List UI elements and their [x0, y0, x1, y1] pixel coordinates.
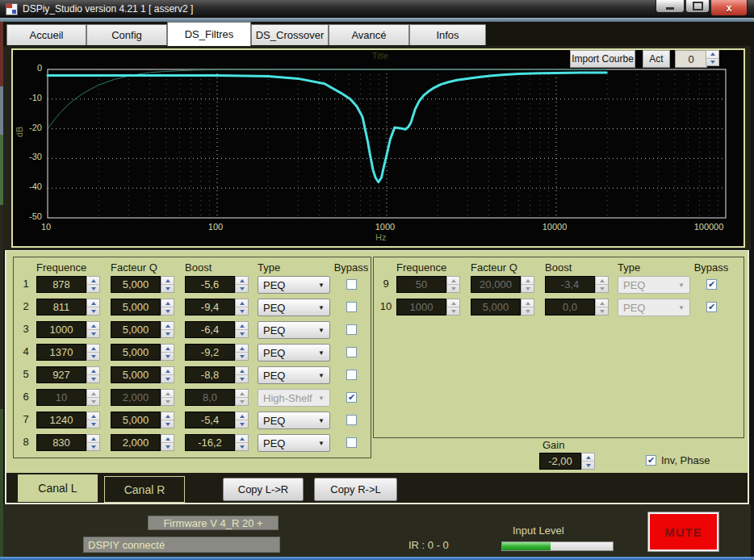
value-spinner[interactable]: [235, 434, 249, 451]
boost-field[interactable]: -6,4: [185, 321, 235, 338]
value-spinner[interactable]: [235, 412, 249, 428]
spin-up-button[interactable]: [236, 345, 248, 352]
value-spinner[interactable]: [86, 276, 100, 293]
import-courbe-button[interactable]: Import Courbe: [570, 50, 635, 68]
spin-up-button[interactable]: [236, 299, 248, 307]
spin-up-button[interactable]: [236, 412, 248, 420]
bypass-checkbox[interactable]: ✔: [346, 392, 357, 403]
spin-up-button[interactable]: [236, 277, 248, 284]
value-spinner[interactable]: [161, 412, 174, 428]
spin-down-button[interactable]: [87, 420, 99, 428]
frequency-field[interactable]: 878: [36, 276, 86, 293]
spin-down-button[interactable]: [87, 442, 99, 450]
boost-field[interactable]: -8,8: [185, 366, 235, 383]
q-factor-field[interactable]: 2,000: [111, 434, 161, 451]
spin-up-button[interactable]: [87, 435, 99, 442]
close-button[interactable]: x: [710, 0, 748, 16]
tab-config[interactable]: Config: [86, 24, 167, 45]
tab-canal-r[interactable]: Canal R: [104, 476, 185, 503]
spin-up-button[interactable]: [236, 322, 248, 329]
tab-canal-l[interactable]: Canal L: [18, 474, 98, 502]
spin-down-button[interactable]: [236, 374, 248, 382]
spin-up-button[interactable]: [87, 277, 99, 284]
value-spinner[interactable]: [235, 321, 249, 338]
value-spinner[interactable]: [161, 321, 174, 338]
tab-accueil[interactable]: Accueil: [6, 24, 86, 45]
filter-type-select[interactable]: PEQ▼: [258, 321, 330, 339]
value-spinner[interactable]: [86, 434, 100, 451]
act-button[interactable]: Act: [643, 50, 670, 68]
boost-field[interactable]: -5,4: [185, 412, 235, 428]
spin-up-button[interactable]: [87, 299, 99, 307]
spin-down-button[interactable]: [87, 284, 99, 292]
spin-up-button[interactable]: [161, 277, 174, 284]
q-factor-field[interactable]: 5,000: [111, 344, 161, 361]
q-factor-field[interactable]: 5,000: [111, 299, 161, 316]
value-spinner[interactable]: [161, 434, 174, 451]
act-value-field[interactable]: 0: [675, 50, 707, 68]
gain-field[interactable]: -2,00: [539, 453, 581, 470]
spin-down-button[interactable]: [582, 461, 594, 469]
spin-up-button[interactable]: [161, 299, 174, 307]
spin-down-button[interactable]: [161, 307, 174, 315]
value-spinner[interactable]: [86, 366, 100, 383]
spin-down-button[interactable]: [236, 420, 248, 428]
spin-up-button[interactable]: [161, 322, 174, 329]
filter-type-select[interactable]: PEQ▼: [258, 434, 330, 452]
spin-down-button[interactable]: [87, 307, 99, 315]
spin-down-button[interactable]: [236, 442, 248, 450]
frequency-field[interactable]: 811: [36, 299, 86, 316]
copy-r-to-l-button[interactable]: Copy R->L: [314, 478, 397, 501]
bypass-checkbox[interactable]: [346, 302, 357, 312]
spin-up-button[interactable]: [236, 435, 248, 442]
boost-field[interactable]: -5,6: [185, 276, 235, 293]
spin-down-button[interactable]: [87, 329, 99, 337]
spin-down-button[interactable]: [236, 352, 248, 360]
frequency-field[interactable]: 927: [36, 366, 86, 383]
value-spinner[interactable]: [235, 344, 249, 361]
spin-up-button[interactable]: [582, 453, 594, 461]
spin-up-button[interactable]: [87, 367, 99, 374]
minimize-button[interactable]: [656, 0, 685, 13]
bypass-checkbox[interactable]: [346, 415, 357, 425]
bypass-checkbox[interactable]: [346, 370, 357, 380]
value-spinner[interactable]: [161, 366, 174, 383]
bypass-checkbox[interactable]: ✔: [706, 302, 717, 312]
filter-type-select[interactable]: PEQ▼: [258, 344, 330, 361]
frequency-field[interactable]: 1240: [36, 412, 86, 428]
spin-up-button[interactable]: [87, 322, 99, 329]
tab-ds-crossover[interactable]: DS_Crossover: [251, 24, 329, 45]
frequency-field[interactable]: 830: [36, 434, 86, 451]
value-spinner[interactable]: [86, 344, 100, 361]
bypass-checkbox[interactable]: ✔: [706, 279, 717, 290]
spin-up-button[interactable]: [87, 345, 99, 352]
filter-type-select[interactable]: PEQ▼: [258, 366, 330, 384]
frequency-field[interactable]: 1000: [36, 321, 86, 338]
mute-button[interactable]: MUTE: [648, 512, 718, 551]
spin-down-button[interactable]: [87, 374, 99, 382]
spin-up-button[interactable]: [161, 367, 174, 374]
act-value-spinner[interactable]: [706, 50, 719, 66]
spin-down-button[interactable]: [161, 442, 174, 450]
spin-up-button[interactable]: [87, 412, 99, 420]
filter-type-select[interactable]: PEQ▼: [258, 276, 330, 294]
title-bar[interactable]: DSPiy_Studio version 4.21 1 [ asserv2 ] …: [0, 0, 754, 18]
spin-down-button[interactable]: [161, 352, 174, 360]
q-factor-field[interactable]: 5,000: [111, 412, 161, 428]
tab-infos[interactable]: Infos: [409, 24, 486, 45]
value-spinner[interactable]: [235, 299, 249, 316]
spin-up-button[interactable]: [161, 345, 174, 352]
boost-field[interactable]: -16,2: [185, 434, 235, 451]
value-spinner[interactable]: [161, 344, 174, 361]
q-factor-field[interactable]: 5,000: [111, 366, 161, 383]
spin-down-button[interactable]: [236, 284, 248, 292]
value-spinner[interactable]: [161, 276, 174, 293]
value-spinner[interactable]: [86, 412, 100, 428]
value-spinner[interactable]: [235, 276, 249, 293]
boost-field[interactable]: -9,2: [185, 344, 235, 361]
bypass-checkbox[interactable]: [346, 324, 357, 335]
tab-avance[interactable]: Avancé: [329, 24, 409, 45]
copy-l-to-r-button[interactable]: Copy L->R: [223, 478, 304, 501]
boost-field[interactable]: -9,4: [185, 299, 235, 316]
bypass-checkbox[interactable]: [346, 347, 357, 357]
